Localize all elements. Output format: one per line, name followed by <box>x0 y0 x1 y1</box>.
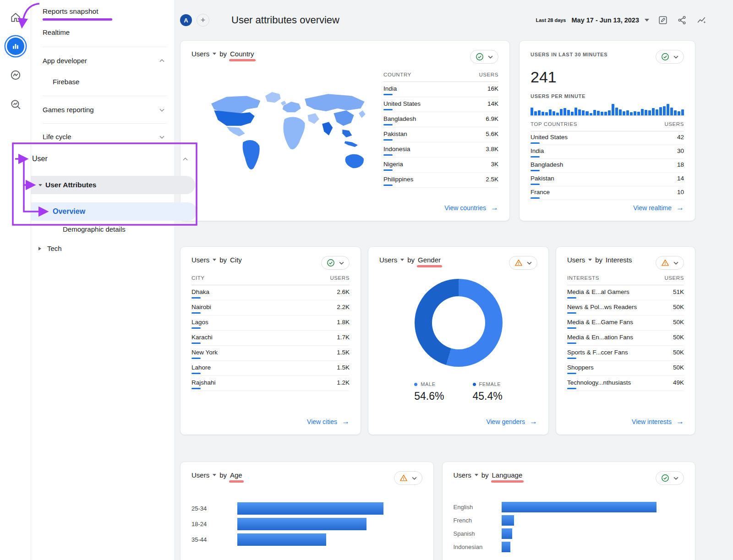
sidebar-item-reports-snapshot[interactable]: Reports snapshot <box>43 7 112 21</box>
user-attributes-label: User Attributes <box>45 181 96 189</box>
minute-bar <box>585 111 588 115</box>
card-status-menu[interactable] <box>394 471 422 485</box>
row-label: Pakistan <box>531 175 554 186</box>
view-cities-link[interactable]: View cities → <box>307 418 350 425</box>
card-status-menu[interactable] <box>656 471 684 485</box>
row-label: United States <box>531 134 568 145</box>
minute-bar <box>619 109 622 115</box>
row-label: Indonesia <box>383 146 410 157</box>
add-comparison-button[interactable]: + <box>197 14 209 27</box>
row-label: Technology...nthusiasts <box>567 379 631 391</box>
row-value: 50K <box>673 364 684 375</box>
chevron-down-icon[interactable] <box>475 474 478 476</box>
dimension-label[interactable]: City <box>230 256 242 264</box>
row-value: 6.9K <box>486 115 498 127</box>
insights-icon[interactable] <box>696 15 707 26</box>
sidebar-item-realtime[interactable]: Realtime <box>43 28 70 36</box>
sidebar-item-app-developer[interactable]: App developer <box>43 57 164 65</box>
row-label: Nigeria <box>383 161 403 172</box>
divider <box>43 47 167 47</box>
metric-label[interactable]: Users <box>191 256 209 264</box>
age-bar <box>237 533 326 546</box>
dimension-label[interactable]: Language <box>492 471 523 479</box>
chevron-down-icon[interactable] <box>645 19 649 22</box>
row-label: Lahore <box>191 364 211 375</box>
column-header: TOP COUNTRIES <box>531 121 577 127</box>
sidebar-item-user[interactable]: User <box>32 155 187 163</box>
view-countries-link[interactable]: View countries → <box>444 204 498 212</box>
metric-label[interactable]: Users <box>191 471 209 479</box>
row-value: 3.8K <box>486 146 498 157</box>
row-label: Rajshahi <box>191 379 216 391</box>
country-table: COUNTRY USERS India 16K <box>383 66 498 200</box>
check-circle-icon <box>476 53 484 61</box>
row-label: Dhaka <box>191 288 209 300</box>
chevron-down-icon[interactable] <box>588 259 592 261</box>
view-genders-link[interactable]: View genders → <box>486 418 537 425</box>
view-interests-link[interactable]: View interests → <box>632 418 684 425</box>
dimension-label[interactable]: Country <box>230 50 254 58</box>
table-row: Media & E...Game Fans 50K <box>567 315 684 331</box>
card-status-menu[interactable] <box>321 256 350 270</box>
view-realtime-link[interactable]: View realtime → <box>633 204 684 212</box>
metric-label[interactable]: Users <box>379 256 397 264</box>
chevron-down-icon <box>673 55 678 59</box>
chevron-down-icon[interactable] <box>213 474 216 476</box>
share-icon[interactable] <box>677 15 688 26</box>
row-label: Media & En...ation Fans <box>567 334 633 345</box>
row-label: News & Pol...ws Readers <box>567 304 637 315</box>
table-row: India 16K <box>383 82 498 97</box>
sidebar-item-user-attributes[interactable]: User Attributes <box>31 176 195 194</box>
row-label: Bangladesh <box>531 161 563 172</box>
metric-label[interactable]: Users <box>191 50 209 58</box>
by-label: by <box>219 256 227 264</box>
ga-app: Reports snapshot Realtime App developer … <box>0 0 733 560</box>
chevron-down-icon[interactable] <box>213 53 216 55</box>
sidebar-item-firebase[interactable]: Firebase <box>53 78 79 86</box>
minute-bar <box>560 109 563 115</box>
metric-label[interactable]: Users <box>567 256 585 264</box>
age-bar-chart: 25-34 18-24 35-44 <box>191 500 422 547</box>
card-status-menu[interactable] <box>509 256 537 270</box>
advertising-icon[interactable] <box>6 95 25 114</box>
table-row: India 30 <box>531 145 684 159</box>
minute-bar <box>681 109 684 115</box>
row-value: 14 <box>677 175 684 186</box>
edit-icon[interactable] <box>657 15 668 26</box>
reports-icon[interactable] <box>7 38 24 55</box>
realtime-card: USERS IN LAST 30 MINUTES 241 USERS PER M… <box>519 40 695 221</box>
row-value: 1.8K <box>337 319 350 330</box>
warning-triangle-icon <box>399 474 408 482</box>
explore-icon[interactable] <box>6 66 25 84</box>
row-value: 2.6K <box>337 288 350 300</box>
comparison-avatar[interactable]: A <box>180 14 192 26</box>
warning-triangle-icon <box>661 259 669 267</box>
column-header: COUNTRY <box>383 72 411 77</box>
sidebar-item-games-reporting[interactable]: Games reporting <box>43 106 164 114</box>
dimension-label[interactable]: Interests <box>606 256 632 264</box>
chevron-down-icon[interactable] <box>213 259 216 261</box>
card-status-menu[interactable] <box>656 256 684 270</box>
card-status-menu[interactable] <box>470 50 498 64</box>
sidebar-item-tech[interactable]: Tech <box>38 245 62 252</box>
sidebar-item-demographic-details[interactable]: Demographic details <box>63 225 126 233</box>
chevron-down-icon[interactable] <box>400 259 404 261</box>
table-row: News & Pol...ws Readers 50K <box>567 300 684 315</box>
age-bar <box>237 502 383 515</box>
tech-label: Tech <box>47 245 62 252</box>
arrow-right-icon: → <box>491 204 498 212</box>
table-row: Shoppers 50K <box>567 361 684 376</box>
language-bar <box>502 528 513 539</box>
sidebar-item-overview[interactable]: Overview <box>31 202 197 221</box>
dimension-label[interactable]: Gender <box>418 256 441 264</box>
minute-bar <box>531 108 533 115</box>
users-per-minute-chart <box>531 103 684 116</box>
sidebar-item-life-cycle[interactable]: Life cycle <box>43 133 164 141</box>
page-title: User attributes overview <box>231 14 339 26</box>
home-icon[interactable] <box>6 8 25 27</box>
minute-bar <box>567 110 570 115</box>
card-status-menu[interactable] <box>656 50 684 64</box>
date-range-picker[interactable]: May 17 - Jun 13, 2023 <box>572 16 640 24</box>
metric-label[interactable]: Users <box>454 471 471 479</box>
dimension-label[interactable]: Age <box>230 471 242 479</box>
